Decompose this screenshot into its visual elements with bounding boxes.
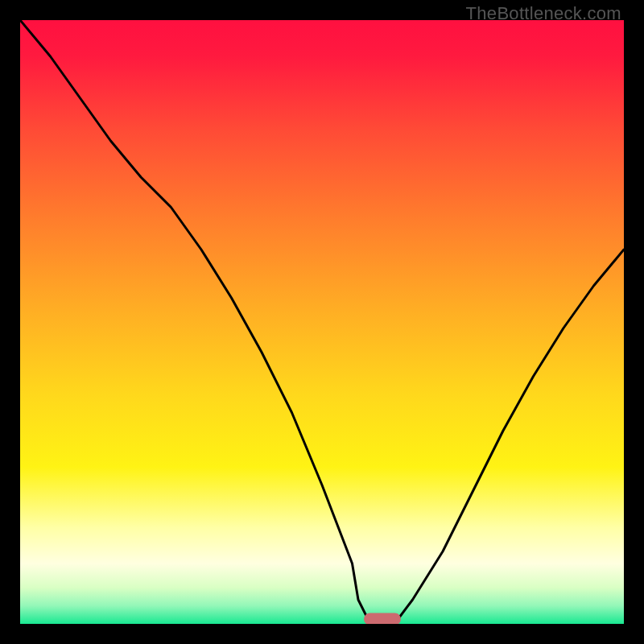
bottleneck-curve (20, 20, 624, 624)
plot-area (20, 20, 624, 624)
chart-frame: TheBottleneck.com (0, 0, 644, 644)
optimum-marker (364, 613, 401, 625)
watermark-text: TheBottleneck.com (466, 3, 621, 24)
